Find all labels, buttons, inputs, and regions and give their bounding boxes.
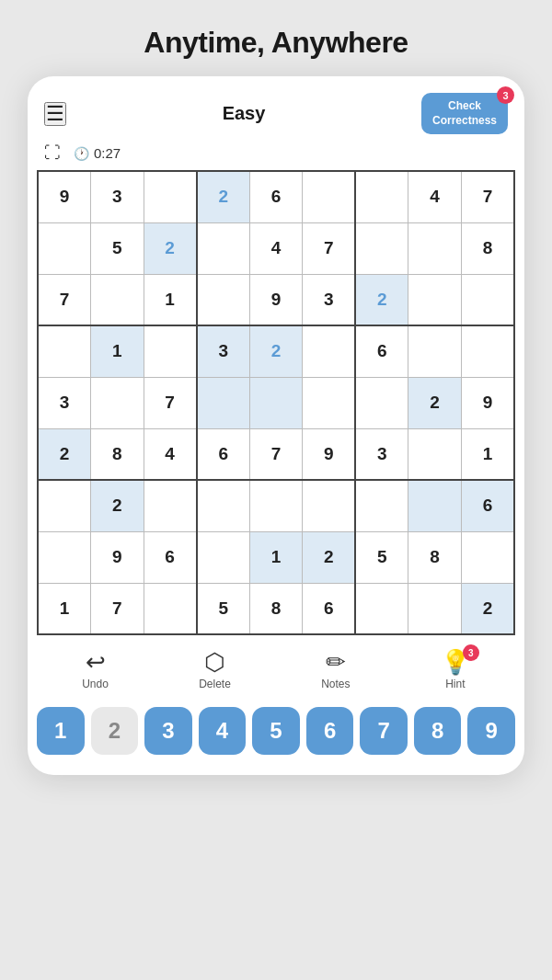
check-correctness-wrap: Check Correctness 3 xyxy=(421,93,508,134)
numpad-button-2[interactable]: 2 xyxy=(91,707,139,755)
sudoku-grid-wrap: 9326475247871932132637292846793126961258… xyxy=(28,170,524,635)
sudoku-cell[interactable] xyxy=(355,222,408,274)
delete-button[interactable]: ⬡ Delete xyxy=(199,650,231,690)
numpad-button-8[interactable]: 8 xyxy=(414,707,462,755)
sudoku-cell[interactable] xyxy=(408,583,462,634)
sudoku-cell[interactable]: 3 xyxy=(355,428,408,480)
sudoku-cell[interactable] xyxy=(144,480,197,531)
sudoku-cell[interactable]: 8 xyxy=(408,531,462,583)
sudoku-cell[interactable]: 2 xyxy=(38,428,91,480)
hint-wrap: 💡 Hint 3 xyxy=(441,650,470,690)
sudoku-cell[interactable] xyxy=(408,480,462,531)
sudoku-cell[interactable]: 7 xyxy=(91,583,144,634)
numpad-button-5[interactable]: 5 xyxy=(252,707,300,755)
sudoku-cell[interactable] xyxy=(303,171,356,222)
sudoku-cell[interactable]: 2 xyxy=(197,171,250,222)
sudoku-cell[interactable] xyxy=(249,480,303,531)
sudoku-cell[interactable]: 5 xyxy=(91,222,144,274)
numpad-button-1[interactable]: 1 xyxy=(37,707,85,755)
undo-button[interactable]: ↩ Undo xyxy=(82,650,109,690)
sudoku-cell[interactable]: 1 xyxy=(91,325,144,377)
sudoku-cell[interactable]: 8 xyxy=(91,428,144,480)
sudoku-cell[interactable]: 2 xyxy=(355,274,408,325)
sudoku-cell[interactable]: 5 xyxy=(197,583,250,634)
sudoku-cell[interactable]: 7 xyxy=(461,171,514,222)
sudoku-cell[interactable]: 8 xyxy=(249,583,303,634)
sudoku-cell[interactable] xyxy=(408,222,462,274)
sudoku-cell[interactable] xyxy=(408,274,462,325)
sudoku-cell[interactable]: 3 xyxy=(38,377,91,428)
sudoku-cell[interactable]: 6 xyxy=(303,583,356,634)
sudoku-cell[interactable]: 1 xyxy=(461,428,514,480)
sudoku-cell[interactable] xyxy=(303,377,356,428)
sudoku-cell[interactable] xyxy=(461,274,514,325)
sudoku-cell[interactable] xyxy=(355,171,408,222)
numpad-button-6[interactable]: 6 xyxy=(306,707,354,755)
sudoku-cell[interactable]: 6 xyxy=(197,428,250,480)
sudoku-cell[interactable]: 3 xyxy=(91,171,144,222)
sudoku-cell[interactable]: 8 xyxy=(461,222,514,274)
sudoku-cell[interactable]: 6 xyxy=(461,480,514,531)
sudoku-cell[interactable]: 1 xyxy=(144,274,197,325)
numpad-button-9[interactable]: 9 xyxy=(467,707,515,755)
sudoku-cell[interactable] xyxy=(303,325,356,377)
sudoku-cell[interactable]: 4 xyxy=(408,171,462,222)
sudoku-cell[interactable] xyxy=(249,377,303,428)
sudoku-cell[interactable]: 7 xyxy=(249,428,303,480)
sudoku-cell[interactable] xyxy=(38,222,91,274)
sudoku-cell[interactable]: 9 xyxy=(461,377,514,428)
sudoku-cell[interactable] xyxy=(408,428,462,480)
sudoku-cell[interactable] xyxy=(355,583,408,634)
sudoku-cell[interactable]: 2 xyxy=(461,583,514,634)
sudoku-cell[interactable] xyxy=(197,377,250,428)
sudoku-cell[interactable]: 7 xyxy=(144,377,197,428)
sudoku-cell[interactable]: 6 xyxy=(355,325,408,377)
sudoku-cell[interactable] xyxy=(144,325,197,377)
notes-button[interactable]: ✏ Notes xyxy=(321,650,350,690)
numpad-button-7[interactable]: 7 xyxy=(360,707,408,755)
sudoku-cell[interactable]: 9 xyxy=(38,171,91,222)
sudoku-cell[interactable]: 6 xyxy=(249,171,303,222)
sudoku-cell[interactable]: 2 xyxy=(249,325,303,377)
sudoku-cell[interactable]: 2 xyxy=(408,377,462,428)
sudoku-cell[interactable] xyxy=(91,377,144,428)
sudoku-cell[interactable]: 7 xyxy=(303,222,356,274)
sudoku-cell[interactable] xyxy=(38,531,91,583)
sudoku-cell[interactable] xyxy=(91,274,144,325)
sudoku-cell[interactable] xyxy=(197,222,250,274)
sudoku-cell[interactable] xyxy=(144,583,197,634)
sudoku-cell[interactable]: 6 xyxy=(144,531,197,583)
expand-icon[interactable]: ⛶ xyxy=(44,143,61,163)
sudoku-cell[interactable] xyxy=(197,480,250,531)
sudoku-cell[interactable] xyxy=(303,480,356,531)
sudoku-cell[interactable]: 9 xyxy=(91,531,144,583)
sudoku-cell[interactable]: 1 xyxy=(249,531,303,583)
sudoku-cell[interactable]: 9 xyxy=(303,428,356,480)
sudoku-cell[interactable]: 3 xyxy=(303,274,356,325)
sudoku-cell[interactable]: 5 xyxy=(355,531,408,583)
sudoku-cell[interactable]: 4 xyxy=(144,428,197,480)
sudoku-cell[interactable]: 2 xyxy=(303,531,356,583)
sudoku-cell[interactable] xyxy=(38,325,91,377)
sudoku-cell[interactable] xyxy=(355,480,408,531)
check-correctness-button[interactable]: Check Correctness xyxy=(421,93,508,134)
numpad-button-3[interactable]: 3 xyxy=(144,707,192,755)
sudoku-cell[interactable] xyxy=(144,171,197,222)
numpad-button-4[interactable]: 4 xyxy=(199,707,247,755)
timer: 🕐 0:27 xyxy=(74,145,121,161)
sudoku-cell[interactable]: 3 xyxy=(197,325,250,377)
sudoku-cell[interactable] xyxy=(461,325,514,377)
sudoku-cell[interactable]: 1 xyxy=(38,583,91,634)
sudoku-cell[interactable] xyxy=(197,531,250,583)
sudoku-cell[interactable]: 4 xyxy=(249,222,303,274)
sudoku-cell[interactable]: 2 xyxy=(91,480,144,531)
sudoku-cell[interactable]: 9 xyxy=(249,274,303,325)
sudoku-cell[interactable] xyxy=(461,531,514,583)
sudoku-cell[interactable] xyxy=(408,325,462,377)
sudoku-cell[interactable] xyxy=(355,377,408,428)
menu-button[interactable]: ☰ xyxy=(44,102,66,126)
sudoku-cell[interactable]: 7 xyxy=(38,274,91,325)
sudoku-cell[interactable] xyxy=(38,480,91,531)
sudoku-cell[interactable]: 2 xyxy=(144,222,197,274)
sudoku-cell[interactable] xyxy=(197,274,250,325)
